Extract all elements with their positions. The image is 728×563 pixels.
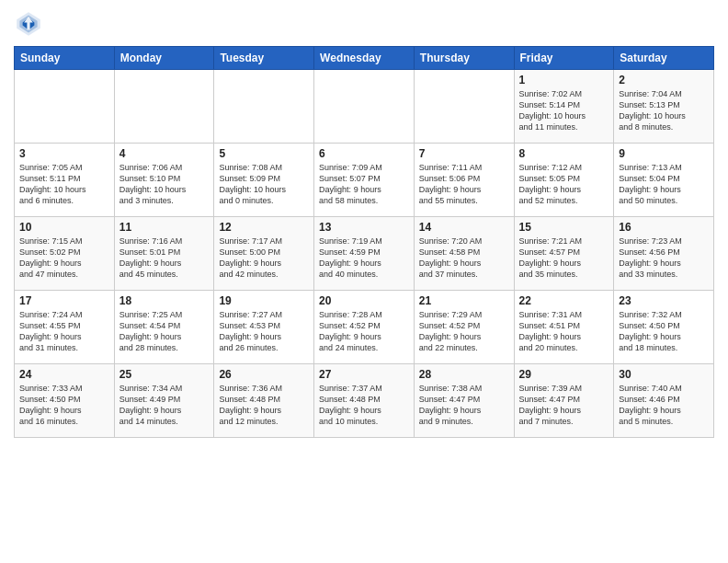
day-info: Sunrise: 7:33 AM Sunset: 4:50 PM Dayligh… [19, 383, 109, 428]
day-info: Sunrise: 7:12 AM Sunset: 5:05 PM Dayligh… [519, 162, 609, 207]
calendar-cell: 10Sunrise: 7:15 AM Sunset: 5:02 PM Dayli… [15, 217, 115, 291]
calendar-cell: 28Sunrise: 7:38 AM Sunset: 4:47 PM Dayli… [414, 364, 514, 438]
calendar-cell: 5Sunrise: 7:08 AM Sunset: 5:09 PM Daylig… [214, 144, 314, 217]
day-number: 20 [319, 294, 409, 307]
day-number: 22 [519, 294, 609, 307]
day-number: 21 [419, 294, 509, 307]
calendar-cell: 22Sunrise: 7:31 AM Sunset: 4:51 PM Dayli… [514, 291, 614, 364]
day-info: Sunrise: 7:09 AM Sunset: 5:07 PM Dayligh… [319, 162, 409, 207]
day-number: 24 [19, 368, 109, 381]
day-info: Sunrise: 7:04 AM Sunset: 5:13 PM Dayligh… [619, 88, 709, 133]
weekday-header-tuesday: Tuesday [214, 47, 314, 70]
logo-icon [14, 9, 43, 39]
weekday-header-wednesday: Wednesday [314, 47, 415, 70]
day-info: Sunrise: 7:39 AM Sunset: 4:47 PM Dayligh… [519, 383, 609, 428]
day-info: Sunrise: 7:11 AM Sunset: 5:06 PM Dayligh… [419, 162, 509, 207]
calendar-cell: 19Sunrise: 7:27 AM Sunset: 4:53 PM Dayli… [214, 291, 314, 364]
weekday-header-monday: Monday [114, 47, 214, 70]
day-number: 28 [419, 368, 509, 381]
calendar-cell: 20Sunrise: 7:28 AM Sunset: 4:52 PM Dayli… [314, 291, 415, 364]
day-info: Sunrise: 7:34 AM Sunset: 4:49 PM Dayligh… [119, 383, 210, 428]
day-number: 18 [119, 294, 210, 307]
calendar-cell: 14Sunrise: 7:20 AM Sunset: 4:58 PM Dayli… [414, 217, 514, 291]
day-number: 26 [219, 368, 309, 381]
calendar-week-4: 17Sunrise: 7:24 AM Sunset: 4:55 PM Dayli… [15, 291, 714, 364]
calendar-cell [414, 70, 514, 144]
calendar-cell: 30Sunrise: 7:40 AM Sunset: 4:46 PM Dayli… [614, 364, 714, 438]
calendar-cell: 2Sunrise: 7:04 AM Sunset: 5:13 PM Daylig… [614, 70, 714, 144]
day-info: Sunrise: 7:29 AM Sunset: 4:52 PM Dayligh… [419, 309, 509, 354]
day-number: 29 [519, 368, 609, 381]
day-info: Sunrise: 7:20 AM Sunset: 4:58 PM Dayligh… [419, 236, 509, 281]
day-number: 23 [619, 294, 709, 307]
day-info: Sunrise: 7:05 AM Sunset: 5:11 PM Dayligh… [19, 162, 109, 207]
day-info: Sunrise: 7:27 AM Sunset: 4:53 PM Dayligh… [219, 309, 309, 354]
day-number: 25 [119, 368, 210, 381]
day-number: 2 [619, 74, 709, 86]
day-info: Sunrise: 7:23 AM Sunset: 4:56 PM Dayligh… [619, 236, 709, 281]
calendar-week-3: 10Sunrise: 7:15 AM Sunset: 5:02 PM Dayli… [15, 217, 714, 291]
logo [14, 9, 47, 39]
day-number: 10 [19, 221, 109, 234]
calendar-cell: 1Sunrise: 7:02 AM Sunset: 5:14 PM Daylig… [514, 70, 614, 144]
day-number: 9 [619, 147, 709, 160]
calendar-cell: 24Sunrise: 7:33 AM Sunset: 4:50 PM Dayli… [15, 364, 115, 438]
day-number: 8 [519, 147, 609, 160]
day-number: 11 [119, 221, 210, 234]
day-info: Sunrise: 7:02 AM Sunset: 5:14 PM Dayligh… [519, 88, 609, 133]
weekday-header-thursday: Thursday [414, 47, 514, 70]
calendar-cell: 17Sunrise: 7:24 AM Sunset: 4:55 PM Dayli… [15, 291, 115, 364]
weekday-header-row: SundayMondayTuesdayWednesdayThursdayFrid… [15, 47, 714, 70]
calendar-week-2: 3Sunrise: 7:05 AM Sunset: 5:11 PM Daylig… [15, 144, 714, 217]
day-number: 17 [19, 294, 109, 307]
calendar-cell: 21Sunrise: 7:29 AM Sunset: 4:52 PM Dayli… [414, 291, 514, 364]
calendar-cell: 18Sunrise: 7:25 AM Sunset: 4:54 PM Dayli… [114, 291, 214, 364]
day-number: 4 [119, 147, 210, 160]
day-info: Sunrise: 7:15 AM Sunset: 5:02 PM Dayligh… [19, 236, 109, 281]
day-info: Sunrise: 7:25 AM Sunset: 4:54 PM Dayligh… [119, 309, 210, 354]
calendar-cell: 8Sunrise: 7:12 AM Sunset: 5:05 PM Daylig… [514, 144, 614, 217]
calendar-cell: 11Sunrise: 7:16 AM Sunset: 5:01 PM Dayli… [114, 217, 214, 291]
day-info: Sunrise: 7:13 AM Sunset: 5:04 PM Dayligh… [619, 162, 709, 207]
day-number: 1 [519, 74, 609, 86]
day-info: Sunrise: 7:19 AM Sunset: 4:59 PM Dayligh… [319, 236, 409, 281]
day-info: Sunrise: 7:28 AM Sunset: 4:52 PM Dayligh… [319, 309, 409, 354]
calendar-cell: 26Sunrise: 7:36 AM Sunset: 4:48 PM Dayli… [214, 364, 314, 438]
day-number: 19 [219, 294, 309, 307]
day-number: 3 [19, 147, 109, 160]
day-number: 30 [619, 368, 709, 381]
calendar-cell [114, 70, 214, 144]
weekday-header-sunday: Sunday [15, 47, 115, 70]
day-info: Sunrise: 7:37 AM Sunset: 4:48 PM Dayligh… [319, 383, 409, 428]
calendar-cell: 15Sunrise: 7:21 AM Sunset: 4:57 PM Dayli… [514, 217, 614, 291]
day-number: 16 [619, 221, 709, 234]
calendar-cell: 4Sunrise: 7:06 AM Sunset: 5:10 PM Daylig… [114, 144, 214, 217]
calendar-cell: 23Sunrise: 7:32 AM Sunset: 4:50 PM Dayli… [614, 291, 714, 364]
day-number: 14 [419, 221, 509, 234]
calendar-cell: 13Sunrise: 7:19 AM Sunset: 4:59 PM Dayli… [314, 217, 415, 291]
calendar-cell: 9Sunrise: 7:13 AM Sunset: 5:04 PM Daylig… [614, 144, 714, 217]
calendar-cell: 7Sunrise: 7:11 AM Sunset: 5:06 PM Daylig… [414, 144, 514, 217]
day-number: 5 [219, 147, 309, 160]
day-info: Sunrise: 7:06 AM Sunset: 5:10 PM Dayligh… [119, 162, 210, 207]
day-info: Sunrise: 7:38 AM Sunset: 4:47 PM Dayligh… [419, 383, 509, 428]
header [14, 9, 714, 39]
day-info: Sunrise: 7:08 AM Sunset: 5:09 PM Dayligh… [219, 162, 309, 207]
weekday-header-friday: Friday [514, 47, 614, 70]
calendar-cell: 25Sunrise: 7:34 AM Sunset: 4:49 PM Dayli… [114, 364, 214, 438]
calendar-cell: 3Sunrise: 7:05 AM Sunset: 5:11 PM Daylig… [15, 144, 115, 217]
calendar-week-5: 24Sunrise: 7:33 AM Sunset: 4:50 PM Dayli… [15, 364, 714, 438]
calendar-table: SundayMondayTuesdayWednesdayThursdayFrid… [14, 46, 714, 438]
day-info: Sunrise: 7:31 AM Sunset: 4:51 PM Dayligh… [519, 309, 609, 354]
day-info: Sunrise: 7:32 AM Sunset: 4:50 PM Dayligh… [619, 309, 709, 354]
day-number: 15 [519, 221, 609, 234]
calendar-cell: 12Sunrise: 7:17 AM Sunset: 5:00 PM Dayli… [214, 217, 314, 291]
day-info: Sunrise: 7:21 AM Sunset: 4:57 PM Dayligh… [519, 236, 609, 281]
day-number: 27 [319, 368, 409, 381]
day-info: Sunrise: 7:36 AM Sunset: 4:48 PM Dayligh… [219, 383, 309, 428]
day-info: Sunrise: 7:16 AM Sunset: 5:01 PM Dayligh… [119, 236, 210, 281]
calendar-cell [15, 70, 115, 144]
calendar-cell: 27Sunrise: 7:37 AM Sunset: 4:48 PM Dayli… [314, 364, 415, 438]
calendar-cell: 29Sunrise: 7:39 AM Sunset: 4:47 PM Dayli… [514, 364, 614, 438]
calendar-cell: 16Sunrise: 7:23 AM Sunset: 4:56 PM Dayli… [614, 217, 714, 291]
